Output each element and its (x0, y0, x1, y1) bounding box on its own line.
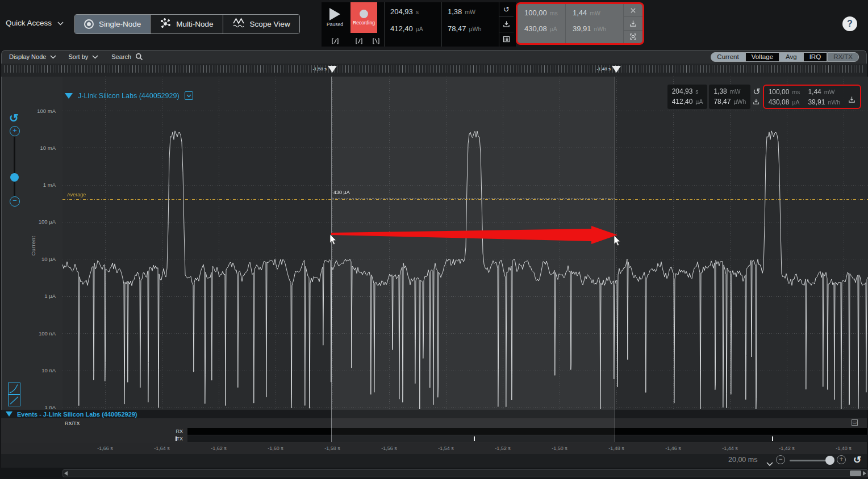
tab-label: Single-Node (99, 20, 141, 28)
help-button[interactable]: ? (842, 16, 857, 31)
tab-single-node[interactable]: Single-Node (75, 15, 151, 33)
tab-scope-view[interactable]: Scope View (223, 15, 299, 33)
selection-time-current: 100,00ms 430,08µA (518, 4, 565, 43)
selection-power-unit: mW (590, 10, 600, 16)
record-button[interactable]: Recording (350, 2, 377, 33)
y-axis-tick-label: 10 nA (16, 367, 56, 373)
minus-icon: − (778, 455, 782, 463)
screenshot-selection-button[interactable] (624, 31, 642, 43)
selection-current-unit: µA (792, 99, 799, 106)
log-scale-icon (9, 383, 20, 394)
time-axis-label: -1,64 s (149, 446, 174, 451)
export-selection-button[interactable] (624, 17, 642, 30)
sort-by-dropdown[interactable]: Sort by (68, 53, 98, 60)
log-scale-button[interactable] (8, 383, 20, 394)
time-axis: -1,66 s-1,64 s-1,62 s-1,60 s-1,58 s-1,56… (1, 443, 867, 454)
export-icon (629, 20, 637, 27)
linear-scale-icon (9, 395, 20, 406)
time-axis-label: -1,46 s (661, 446, 686, 451)
display-node-dropdown[interactable]: Display Node (9, 53, 56, 60)
tx-event-tick (474, 436, 475, 441)
close-icon (630, 7, 636, 14)
time-axis-label: -1,66 s (93, 446, 118, 451)
total-energy-unit: µWh (733, 98, 746, 105)
toggle-avg[interactable]: Avg (779, 52, 803, 62)
play-button[interactable]: Paused (322, 2, 348, 33)
time-axis-label: -1,52 s (490, 446, 515, 451)
selection-time-value: 100,00 (769, 88, 790, 96)
time-window-value[interactable]: 20,00 ms (728, 456, 757, 464)
minimize-icon: ▭ (853, 420, 857, 425)
time-ruler[interactable]: -1,58 s -1,48 s (1, 64, 867, 77)
selection-current-value: 430,08 (769, 98, 790, 106)
events-collapse-icon[interactable] (6, 411, 12, 417)
plus-icon: + (839, 455, 843, 463)
toggle-current[interactable]: Current (711, 52, 745, 62)
reset-stats-button[interactable]: ↺ (499, 2, 514, 17)
ramp-down-icon[interactable] (372, 37, 381, 45)
toggle-voltage[interactable]: Voltage (745, 52, 779, 62)
horizontal-scrollbar[interactable] (62, 469, 868, 477)
mode-switcher: Single-Node Multi-Node S (74, 14, 300, 34)
export-stats-button[interactable] (499, 17, 514, 32)
chart-stats-power-energy: 1,38mW 78,47µWh (709, 85, 750, 109)
y-axis-title: Current (30, 233, 36, 256)
total-energy-unit: µWh (469, 26, 482, 32)
scroll-left-arrow[interactable] (64, 471, 68, 476)
export-icon (753, 98, 760, 105)
time-axis-label: -1,42 s (774, 446, 799, 451)
quick-access-menu[interactable]: Quick Access (6, 19, 63, 27)
total-time-value: 204,93 (672, 87, 693, 95)
tab-multi-node[interactable]: Multi-Node (151, 15, 223, 33)
selection-end-marker-label: -1,48 s (594, 66, 611, 72)
selection-region (331, 77, 615, 442)
signal-toggles: Current Voltage Avg IRQ RX/TX (711, 52, 859, 62)
stats-actions: ↺ (499, 2, 514, 47)
scrollbar-thumb[interactable] (850, 470, 861, 476)
ramp-up-icon[interactable] (354, 37, 364, 45)
focus-capture-icon (629, 33, 637, 40)
ramp-up-icon[interactable] (331, 37, 340, 45)
selection-average-label: 430 µA (333, 190, 350, 195)
toggle-label: RX/TX (833, 53, 853, 60)
x-zoom-slider-handle[interactable] (825, 456, 834, 465)
zoom-in-y-button[interactable]: + (10, 126, 20, 136)
reset-zoom-x-button[interactable]: ↺ (853, 454, 861, 466)
selection-power-value: 1,44 (573, 9, 587, 17)
export-selection-button[interactable] (848, 95, 856, 106)
help-icon: ? (847, 19, 853, 29)
events-minimize-button[interactable]: ▭ (852, 419, 858, 426)
selection-energy-value: 39,91 (573, 24, 591, 33)
export-stats-button[interactable] (753, 97, 760, 107)
zoom-slider-handle[interactable] (10, 173, 19, 182)
zoom-in-x-button[interactable]: + (837, 455, 846, 464)
play-icon (329, 8, 340, 20)
toggle-irq[interactable]: IRQ (803, 52, 827, 62)
toggle-rxtx[interactable]: RX/TX (827, 52, 859, 62)
filter-bar: Display Node Sort by Search Current Volt… (1, 50, 867, 64)
time-axis-label: -1,50 s (547, 446, 572, 451)
time-axis-label: -1,54 s (433, 446, 458, 451)
close-selection-button[interactable] (624, 4, 642, 17)
chevron-down-icon (767, 463, 773, 465)
zoom-out-y-button[interactable]: − (10, 196, 20, 207)
selection-current-value: 430,08 (524, 24, 547, 33)
search-label: Search (111, 53, 131, 60)
scroll-right-arrow[interactable] (863, 471, 866, 476)
selection-start-marker[interactable] (328, 66, 337, 73)
zoom-out-x-button[interactable]: − (776, 455, 785, 464)
notes-button[interactable] (499, 32, 514, 47)
export-icon (503, 20, 510, 28)
y-axis-tick-label: 10 µA (16, 256, 56, 262)
selection-end-marker[interactable] (612, 66, 621, 73)
transport-controls: Paused Recording (322, 2, 516, 47)
y-axis-tick-label: 100 µA (16, 219, 56, 225)
reset-stats-button[interactable]: ↺ (753, 86, 760, 97)
collapse-triangle-icon[interactable] (65, 93, 73, 99)
node-options-checkbox[interactable] (185, 91, 193, 100)
linear-scale-button[interactable] (8, 394, 20, 406)
zoom-slider-track[interactable] (14, 137, 15, 197)
x-zoom-slider-track[interactable] (790, 460, 827, 461)
search-control[interactable]: Search (111, 53, 143, 61)
stats-time-current: 204,93s 412,40µA (384, 2, 441, 47)
